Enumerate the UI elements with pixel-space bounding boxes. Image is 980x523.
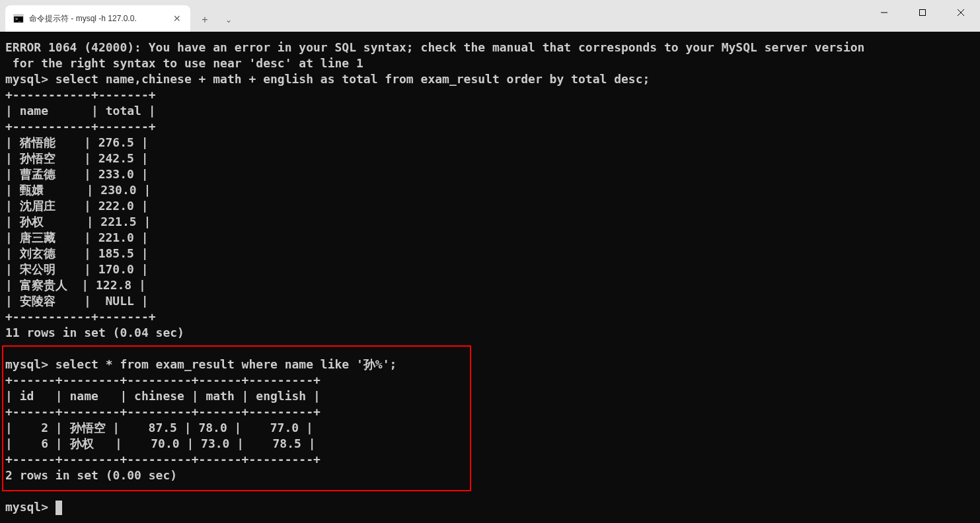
table-row: | 唐三藏 | 221.0 | (5, 230, 149, 244)
table-border: +-----------+-------+ (5, 310, 156, 324)
table-row: | 6 | 孙权 | 70.0 | 73.0 | 78.5 | (5, 436, 315, 450)
close-tab-icon[interactable]: ✕ (172, 13, 182, 24)
table-row: | 2 | 孙悟空 | 87.5 | 78.0 | 77.0 | (5, 421, 313, 435)
table-row: | 安陵容 | NULL | (5, 294, 149, 308)
maximize-button[interactable] (903, 0, 942, 25)
cursor (56, 501, 62, 515)
table-row: | 甄嬛 | 230.0 | (5, 183, 151, 197)
svg-rect-4 (920, 10, 926, 16)
close-window-button[interactable] (942, 0, 980, 25)
query-text: select * from exam_result where name lik… (56, 357, 397, 371)
minimize-button[interactable] (865, 0, 903, 25)
result-footer: 11 rows in set (0.04 sec) (5, 326, 184, 339)
table-border: +-----------+-------+ (5, 120, 156, 133)
prompt: mysql> (5, 72, 56, 86)
table-row: | 猪悟能 | 276.5 | (5, 135, 149, 149)
table-border: +------+--------+---------+------+------… (5, 405, 320, 419)
tab-title: 命令提示符 - mysql -h 127.0.0. (29, 13, 167, 24)
chevron-down-icon[interactable]: ⌄ (217, 8, 241, 32)
table-border: +------+--------+---------+------+------… (5, 373, 320, 387)
table-row: | 沈眉庄 | 222.0 | (5, 199, 149, 213)
window-controls (865, 0, 980, 25)
table-row: | 宋公明 | 170.0 | (5, 262, 149, 276)
tab-active[interactable]: >_ 命令提示符 - mysql -h 127.0.0. ✕ (5, 5, 190, 32)
svg-text:>_: >_ (15, 17, 21, 22)
table-row: | 孙权 | 221.5 | (5, 215, 151, 228)
terminal-icon: >_ (13, 13, 24, 24)
table-header: | id | name | chinese | math | english | (5, 389, 320, 403)
table-row: | 孙悟空 | 242.5 | (5, 151, 149, 165)
result-footer: 2 rows in set (0.00 sec) (5, 468, 177, 482)
table-border: +------+--------+---------+------+------… (5, 452, 320, 466)
table-row: | 曹孟德 | 233.0 | (5, 167, 149, 181)
table-row: | 刘玄德 | 185.5 | (5, 246, 149, 260)
table-border: +-----------+-------+ (5, 88, 156, 102)
error-text: ERROR 1064 (42000): You have an error in… (5, 40, 864, 70)
query-text: select name,chinese + math + english as … (56, 72, 650, 86)
new-tab-button[interactable]: + (193, 8, 217, 32)
titlebar: >_ 命令提示符 - mysql -h 127.0.0. ✕ + ⌄ (0, 0, 980, 32)
prompt: mysql> (5, 357, 56, 371)
terminal-output[interactable]: ERROR 1064 (42000): You have an error in… (0, 32, 980, 523)
table-header: | name | total | (5, 104, 156, 118)
prompt: mysql> (5, 500, 56, 514)
table-row: | 富察贵人 | 122.8 | (5, 278, 146, 292)
